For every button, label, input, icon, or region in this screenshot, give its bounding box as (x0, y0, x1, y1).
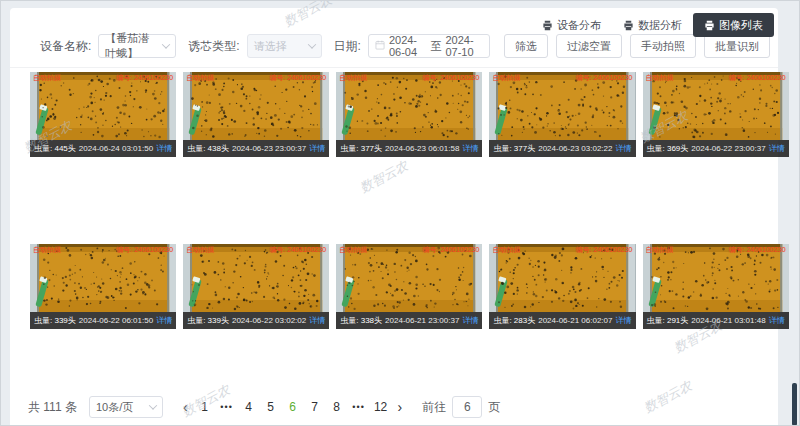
trap-image-card[interactable]: 自动拍摄 编号: 2406100230 虫量: 445头 2024-06-24 … (30, 72, 176, 157)
scrollbar-track[interactable] (792, 0, 797, 426)
trap-image-card[interactable]: 自动拍摄 编号: 2406100230 虫量: 291头 2024-06-21 … (643, 244, 789, 329)
detail-link[interactable]: 详情 (769, 315, 785, 326)
insect-count: 虫量: 291头 (647, 315, 689, 326)
card-info-bar: 虫量: 438头 2024-06-23 23:00:37 详情 (183, 140, 329, 157)
detail-link[interactable]: 详情 (462, 143, 478, 154)
trap-photo-image (643, 72, 789, 140)
trap-image-card[interactable]: 自动拍摄 编号: 2406100230 虫量: 377头 2024-06-23 … (489, 72, 635, 157)
detail-link[interactable]: 详情 (616, 143, 632, 154)
calendar-icon (375, 40, 385, 52)
filter-empty-button[interactable]: 过滤空置 (556, 34, 622, 58)
page-number-button[interactable]: 8 (326, 400, 348, 414)
prev-page-button[interactable]: ‹ (177, 399, 194, 415)
trap-photo-image (336, 72, 482, 140)
trap-photo: 自动拍摄 编号: 2406100230 (336, 72, 482, 140)
trap-image-card[interactable]: 自动拍摄 编号: 2406100230 虫量: 339头 2024-06-22 … (30, 244, 176, 329)
pagination: 共 111 条 10条/页 ‹ 1•••45678•••12 › 前往 页 (28, 396, 500, 418)
page-number-button[interactable]: 7 (304, 400, 326, 414)
goto-label: 前往 (422, 399, 446, 416)
page-number-button[interactable]: 12 (370, 400, 392, 414)
manual-photo-button[interactable]: 手动拍照 (630, 34, 696, 58)
data-analysis-button[interactable]: 数据分析 (612, 13, 693, 37)
capture-mode-label: 自动拍摄 (339, 246, 367, 254)
capture-time: 2024-06-24 03:01:50 (79, 144, 153, 153)
image-grid: 自动拍摄 编号: 2406100230 虫量: 445头 2024-06-24 … (30, 72, 758, 329)
capture-time: 2024-06-21 06:02:07 (538, 316, 612, 325)
trap-photo: 自动拍摄 编号: 2406100230 (489, 72, 635, 140)
insect-count: 虫量: 438头 (187, 143, 229, 154)
capture-time: 2024-06-23 06:01:58 (385, 144, 459, 153)
insect-count: 虫量: 283头 (493, 315, 535, 326)
detail-link[interactable]: 详情 (156, 143, 172, 154)
lure-type-select[interactable]: 请选择 (247, 34, 322, 58)
date-start-value: 2024-06-04 (389, 34, 427, 58)
trap-image-card[interactable]: 自动拍摄 编号: 2406100230 虫量: 338头 2024-06-21 … (336, 244, 482, 329)
goto-suffix: 页 (488, 399, 500, 416)
page-number-button[interactable]: 5 (260, 400, 282, 414)
device-number-label: 编号: 2406100230 (729, 246, 786, 254)
detail-link[interactable]: 详情 (769, 143, 785, 154)
detail-link[interactable]: 详情 (616, 315, 632, 326)
detail-link[interactable]: 详情 (462, 315, 478, 326)
trap-photo-image (30, 72, 176, 140)
capture-mode-label: 自动拍摄 (646, 246, 674, 254)
insect-count: 虫量: 445头 (34, 143, 76, 154)
date-separator: 至 (430, 39, 441, 54)
detail-link[interactable]: 详情 (309, 143, 325, 154)
trap-image-card[interactable]: 自动拍摄 编号: 2406100230 虫量: 377头 2024-06-23 … (336, 72, 482, 157)
device-distribution-button[interactable]: 设备分布 (531, 13, 612, 37)
trap-photo: 自动拍摄 编号: 2406100230 (30, 244, 176, 312)
card-info-bar: 虫量: 377头 2024-06-23 03:02:22 详情 (489, 140, 635, 157)
capture-time: 2024-06-21 23:00:37 (385, 316, 459, 325)
page-size-value: 10条/页 (96, 400, 133, 415)
card-info-bar: 虫量: 339头 2024-06-22 06:01:50 详情 (30, 312, 176, 329)
view-button-label: 图像列表 (719, 18, 763, 33)
view-switch: 设备分布 数据分析 图像列表 (531, 13, 774, 37)
card-info-bar: 虫量: 339头 2024-06-22 03:02:02 详情 (183, 312, 329, 329)
card-info-bar: 虫量: 377头 2024-06-23 06:01:58 详情 (336, 140, 482, 157)
trap-photo: 自动拍摄 编号: 2406100230 (183, 244, 329, 312)
detail-link[interactable]: 详情 (156, 315, 172, 326)
capture-time: 2024-06-22 06:01:50 (79, 316, 153, 325)
trap-image-card[interactable]: 自动拍摄 编号: 2406100230 虫量: 369头 2024-06-22 … (643, 72, 789, 157)
page-number-button[interactable]: 1 (194, 400, 216, 414)
insect-count: 虫量: 339头 (34, 315, 76, 326)
chevron-down-icon (307, 40, 315, 48)
capture-mode-label: 自动拍摄 (492, 74, 520, 82)
card-info-bar: 虫量: 338头 2024-06-21 23:00:37 详情 (336, 312, 482, 329)
scrollbar-thumb[interactable] (792, 383, 797, 426)
trap-image-card[interactable]: 自动拍摄 编号: 2406100230 虫量: 283头 2024-06-21 … (489, 244, 635, 329)
goto-page: 前往 页 (422, 396, 500, 418)
card-info-bar: 虫量: 291头 2024-06-21 03:01:48 详情 (643, 312, 789, 329)
filter-button[interactable]: 筛选 (504, 34, 548, 58)
page-size-select[interactable]: 10条/页 (89, 396, 163, 418)
capture-time: 2024-06-23 03:02:22 (538, 144, 612, 153)
lure-select-placeholder: 请选择 (254, 39, 287, 54)
device-number-label: 编号: 2406100230 (116, 74, 173, 82)
date-range-input[interactable]: 2024-06-04 至 2024-07-10 (368, 34, 490, 58)
printer-icon (623, 20, 634, 31)
trap-photo-image (336, 244, 482, 312)
insect-count: 虫量: 377头 (340, 143, 382, 154)
capture-mode-label: 自动拍摄 (186, 246, 214, 254)
view-button-label: 设备分布 (557, 18, 601, 33)
card-info-bar: 虫量: 445头 2024-06-24 03:01:50 详情 (30, 140, 176, 157)
date-label: 日期: (334, 38, 361, 55)
capture-mode-label: 自动拍摄 (339, 74, 367, 82)
trap-photo: 自动拍摄 编号: 2406100230 (183, 72, 329, 140)
insect-count: 虫量: 339头 (187, 315, 229, 326)
insect-count: 虫量: 377头 (493, 143, 535, 154)
page-number-button[interactable]: 4 (238, 400, 260, 414)
device-select[interactable]: 【番茄潜叶蛾】 (98, 34, 176, 58)
card-info-bar: 虫量: 283头 2024-06-21 06:02:07 详情 (489, 312, 635, 329)
page-number-button[interactable]: 6 (282, 400, 304, 414)
trap-image-card[interactable]: 自动拍摄 编号: 2406100230 虫量: 339头 2024-06-22 … (183, 244, 329, 329)
next-page-button[interactable]: › (392, 399, 409, 415)
trap-image-card[interactable]: 自动拍摄 编号: 2406100230 虫量: 438头 2024-06-23 … (183, 72, 329, 157)
image-list-button[interactable]: 图像列表 (693, 13, 774, 37)
goto-page-input[interactable] (452, 396, 482, 418)
detail-link[interactable]: 详情 (309, 315, 325, 326)
batch-recognize-button[interactable]: 批量识别 (704, 34, 770, 58)
capture-mode-label: 自动拍摄 (492, 246, 520, 254)
device-number-label: 编号: 2406100230 (423, 246, 480, 254)
